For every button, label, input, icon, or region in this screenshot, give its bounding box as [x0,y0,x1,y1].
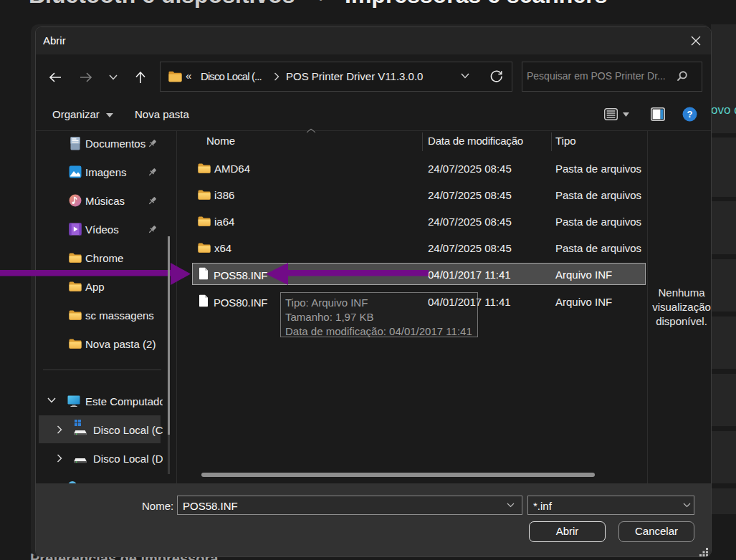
svg-text:?: ? [687,109,693,120]
